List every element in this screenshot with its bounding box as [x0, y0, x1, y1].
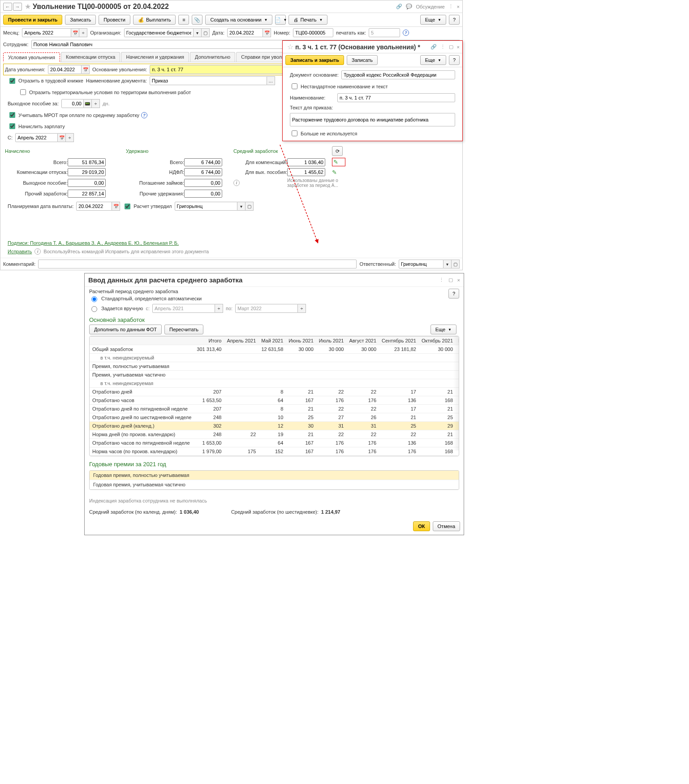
severance-value-input[interactable] — [61, 99, 84, 108]
order-text-input[interactable] — [290, 113, 455, 126]
document-icon-button[interactable]: 📄▼ — [275, 15, 286, 25]
withheld-total-label: Всего: — [126, 160, 184, 165]
fill-fot-button[interactable]: Дополнить по данным ФОТ — [89, 325, 162, 334]
cancel-button[interactable]: Отмена — [433, 521, 460, 531]
nonstandard-checkbox[interactable] — [292, 83, 297, 89]
org-dropdown-icon[interactable]: ▾ — [194, 28, 202, 37]
month-calendar-icon[interactable]: 📅 — [71, 28, 79, 37]
salary-from-input[interactable] — [15, 133, 58, 142]
approver-dropdown-icon[interactable]: ▾ — [237, 202, 245, 211]
popup-close-icon[interactable]: × — [457, 44, 460, 50]
responsible-open-icon[interactable]: ▢ — [452, 260, 460, 269]
radio-standard[interactable] — [91, 296, 97, 302]
date-input[interactable] — [227, 28, 263, 37]
recalc-button[interactable]: Пересчитать — [164, 325, 203, 334]
print-button[interactable]: 🖨 Печать▼ — [289, 15, 327, 25]
tab-dismissal-conditions[interactable]: Условия увольнения — [3, 52, 60, 62]
date-calendar-icon[interactable]: 📅 — [263, 28, 271, 37]
post-and-close-button[interactable]: Провести и закрыть — [3, 15, 62, 25]
signs-link[interactable]: Подписи: Погодина Т. А., Барышева З. А.,… — [8, 240, 179, 246]
refresh-button[interactable]: ⟳ — [332, 146, 343, 156]
popup-help-button[interactable]: ? — [449, 55, 460, 65]
responsible-input[interactable] — [399, 260, 444, 269]
doc-name-select-icon[interactable]: … — [267, 76, 275, 85]
back-button[interactable]: ← — [3, 3, 12, 11]
severance-calc-icon[interactable]: 📟 — [84, 99, 92, 108]
edit-avg-comp-icon[interactable]: ✎ — [332, 158, 345, 166]
severance-stepper-icon[interactable]: ÷ — [92, 99, 100, 108]
calc-salary-checkbox[interactable] — [9, 123, 15, 129]
tab-leave-compensation[interactable]: Компенсации отпуска — [61, 52, 120, 62]
write-button[interactable]: Записать — [65, 15, 96, 25]
approver-input[interactable] — [175, 202, 237, 211]
approver-open-icon[interactable]: ▢ — [245, 202, 254, 211]
popup-star-icon[interactable]: ☆ — [287, 43, 293, 51]
popup-link-icon[interactable]: 🔗 — [431, 44, 437, 50]
org-input[interactable] — [124, 28, 194, 37]
comment-label: Комментарий: — [3, 261, 35, 267]
attach-icon-button[interactable]: 📎 — [192, 15, 202, 25]
use-mrot-checkbox[interactable] — [9, 112, 15, 118]
popup-options-icon[interactable]: ⋮ — [440, 44, 445, 50]
post-button[interactable]: Провести — [99, 15, 130, 25]
earnings-table[interactable]: ИтогоАпрель 2021Май 2021Июнь 2021Июль 20… — [90, 336, 459, 456]
comment-input[interactable] — [38, 260, 357, 269]
ok-button[interactable]: ОК — [413, 521, 430, 531]
avg-maximize-icon[interactable]: ▢ — [448, 277, 453, 283]
radio-manual[interactable] — [91, 306, 97, 312]
popup-save-close-button[interactable]: Записать и закрыть — [285, 55, 344, 65]
premium-partial-row[interactable]: Годовая премия, учитываемая частично — [90, 480, 459, 489]
premium-full-row[interactable]: Годовая премия, полностью учитываемая — [90, 471, 459, 480]
fix-link[interactable]: Исправить — [8, 249, 32, 254]
mrot-help-icon[interactable]: ? — [141, 112, 147, 118]
month-input[interactable] — [22, 28, 71, 37]
avg-options-icon[interactable]: ⋮ — [439, 277, 444, 283]
planned-date-calendar-icon[interactable]: 📅 — [112, 202, 120, 211]
structure-icon-button[interactable]: ≡ — [178, 15, 189, 25]
chat-icon[interactable]: 💬 — [406, 4, 412, 9]
number-input[interactable] — [293, 28, 333, 37]
not-used-checkbox[interactable] — [292, 130, 297, 136]
dismissal-date-input[interactable] — [48, 65, 82, 74]
for-sev-value — [287, 168, 325, 176]
reflect-book-checkbox[interactable] — [9, 78, 15, 84]
print-as-help-icon[interactable]: ? — [403, 30, 409, 36]
avg-more-button[interactable]: Еще▼ — [431, 325, 456, 334]
avg-from-stepper: ÷ — [215, 304, 223, 313]
options-icon[interactable]: ⋮ — [448, 4, 453, 9]
dismissal-date-calendar-icon[interactable]: 📅 — [82, 65, 90, 74]
tab-additional[interactable]: Дополнительно — [190, 52, 235, 62]
popup-more-button[interactable]: Еще▼ — [420, 55, 446, 65]
more-button[interactable]: Еще▼ — [420, 15, 446, 25]
popup-name-input[interactable] — [337, 93, 455, 102]
avg-help-button[interactable]: ? — [448, 289, 459, 299]
reflect-territorial-checkbox[interactable] — [20, 89, 26, 95]
earnings-table-wrapper: ИтогоАпрель 2021Май 2021Июнь 2021Июль 20… — [89, 336, 459, 456]
favorite-star-icon[interactable]: ★ — [25, 2, 31, 11]
responsible-dropdown-icon[interactable]: ▾ — [444, 260, 452, 269]
month-stepper-icon[interactable]: ÷ — [79, 28, 87, 37]
popup-write-button[interactable]: Записать — [347, 55, 378, 65]
tab-accruals-deductions[interactable]: Начисления и удержания — [121, 52, 189, 62]
doc-name-input[interactable] — [150, 76, 267, 85]
close-icon[interactable]: × — [457, 4, 460, 9]
dismissal-basis-label: Основание увольнения: — [92, 67, 147, 72]
calc-salary-label: Начислить зарплату — [18, 124, 65, 129]
basis-doc-input[interactable] — [341, 70, 455, 79]
planned-date-input[interactable] — [76, 202, 112, 211]
forward-button[interactable]: → — [13, 3, 22, 11]
create-based-button[interactable]: Создать на основании▼ — [205, 15, 272, 25]
popup-maximize-icon[interactable]: ▢ — [449, 44, 453, 50]
org-open-icon[interactable]: ▢ — [202, 28, 210, 37]
salary-from-stepper-icon[interactable]: ÷ — [66, 133, 74, 142]
payout-button[interactable]: 💰Выплатить — [133, 15, 176, 25]
calc-approved-checkbox[interactable] — [125, 204, 130, 209]
print-as-input[interactable] — [369, 28, 400, 37]
salary-from-calendar-icon[interactable]: 📅 — [58, 133, 66, 142]
link-icon[interactable]: 🔗 — [396, 4, 402, 9]
edit-avg-sev-icon[interactable]: ✎ — [332, 169, 345, 176]
discuss-link[interactable]: Обсуждение — [416, 4, 444, 9]
help-button[interactable]: ? — [449, 15, 460, 25]
radio-standard-label: Стандартный, определяется автоматически — [101, 296, 202, 301]
avg-close-icon[interactable]: × — [457, 277, 460, 283]
